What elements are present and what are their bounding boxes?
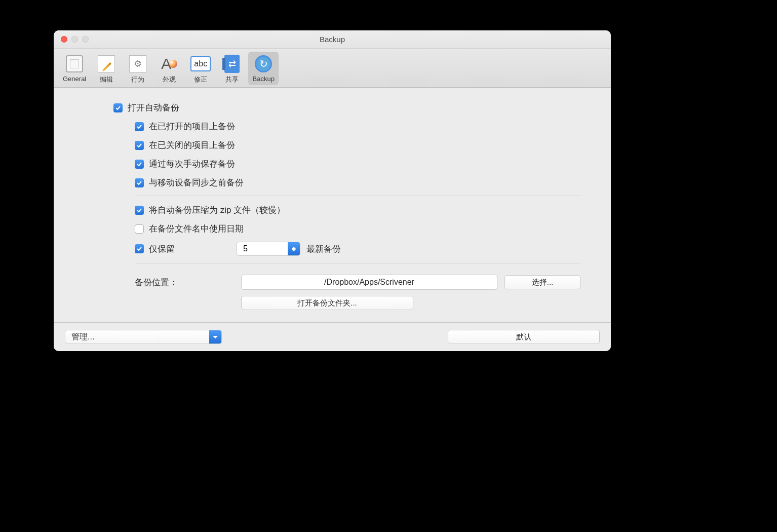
tab-label: Backup: [253, 75, 275, 83]
gear-icon: ⚙: [128, 54, 148, 74]
tab-editing[interactable]: 编辑: [91, 52, 122, 85]
checkbox-auto-backup[interactable]: [113, 103, 123, 112]
checkbox-label: 在已关闭的项目上备份: [149, 139, 235, 151]
tab-label: 外观: [163, 75, 176, 84]
option-row: 在已打开的项目上备份: [84, 121, 580, 132]
tab-sharing[interactable]: ⇄ 共享: [217, 52, 247, 85]
stepper-arrows-icon: [288, 242, 300, 255]
tab-appearance[interactable]: A 外观: [154, 52, 184, 85]
checkbox-label: 打开自动备份: [128, 102, 179, 113]
manage-dropdown[interactable]: 管理...: [65, 330, 222, 344]
title-bar: Backup: [54, 30, 611, 49]
divider: [135, 196, 580, 196]
checkbox-label: 仅保留: [149, 243, 175, 255]
choose-location-button[interactable]: 选择...: [504, 275, 580, 289]
tab-backup[interactable]: ↻ Backup: [248, 52, 279, 85]
checkbox-compress-zip[interactable]: [135, 206, 144, 215]
dropdown-value: 管理...: [65, 332, 209, 343]
option-row: 在已关闭的项目上备份: [84, 139, 580, 151]
checkbox-label: 将自动备份压缩为 zip 文件（较慢）: [149, 204, 285, 216]
checkbox-label: 通过每次手动保存备份: [149, 158, 235, 170]
tab-corrections[interactable]: abc 修正: [185, 52, 216, 85]
tab-label: 行为: [131, 75, 144, 84]
tab-behaviors[interactable]: ⚙ 行为: [123, 52, 153, 85]
option-row: 打开自动备份: [84, 102, 580, 113]
checkbox-use-date[interactable]: [135, 224, 144, 234]
open-folder-row: 打开备份文件夹...: [84, 296, 580, 310]
checkbox-on-close[interactable]: [135, 141, 144, 150]
button-label: 打开备份文件夹...: [297, 298, 357, 308]
abc-icon: abc: [190, 54, 211, 74]
backup-location-label: 备份位置：: [135, 277, 241, 288]
checkbox-retain-only[interactable]: [135, 244, 144, 253]
option-row: 仅保留 5 最新备份: [84, 242, 580, 256]
traffic-lights: [54, 36, 89, 43]
backup-location-row: 备份位置： 选择...: [84, 275, 580, 290]
tab-label: 编辑: [100, 75, 113, 84]
divider: [135, 263, 580, 263]
checkbox-label: 与移动设备同步之前备份: [149, 177, 244, 188]
maximize-window-button[interactable]: [82, 36, 89, 43]
preferences-window: Backup General 编辑 ⚙ 行为 A 外观 abc 修正 ⇄ 共享 …: [54, 30, 611, 351]
preferences-toolbar: General 编辑 ⚙ 行为 A 外观 abc 修正 ⇄ 共享 ↻ Backu…: [54, 49, 611, 88]
recent-backups-label: 最新备份: [306, 243, 341, 255]
retain-count-select[interactable]: 5: [237, 242, 300, 256]
pencil-icon: [96, 54, 116, 74]
share-icon: ⇄: [222, 54, 242, 74]
option-row: 与移动设备同步之前备份: [84, 177, 580, 188]
footer-bar: 管理... 默认: [54, 322, 611, 351]
backup-icon: ↻: [253, 54, 274, 74]
defaults-button[interactable]: 默认: [448, 330, 600, 344]
checkbox-before-sync[interactable]: [135, 178, 144, 187]
option-row: 在备份文件名中使用日期: [84, 223, 580, 235]
content-area: 打开自动备份 在已打开的项目上备份 在已关闭的项目上备份 通过每次手动保存备份: [54, 88, 611, 322]
appearance-icon: A: [159, 54, 179, 74]
checkbox-manual-save[interactable]: [135, 160, 144, 169]
option-row: 将自动备份压缩为 zip 文件（较慢）: [84, 204, 580, 216]
tab-label: 共享: [225, 75, 239, 84]
window-title: Backup: [54, 35, 611, 44]
button-label: 选择...: [532, 278, 554, 287]
button-label: 默认: [516, 332, 531, 342]
open-backup-folder-button[interactable]: 打开备份文件夹...: [241, 296, 413, 310]
general-icon: [64, 54, 85, 74]
minimize-window-button[interactable]: [71, 36, 78, 43]
chevron-down-icon: [209, 330, 221, 344]
checkbox-label: 在已打开的项目上备份: [149, 121, 235, 132]
tab-general[interactable]: General: [59, 52, 90, 85]
tab-label: 修正: [194, 75, 207, 84]
checkbox-on-open[interactable]: [135, 122, 144, 131]
backup-location-field[interactable]: [241, 275, 497, 290]
close-window-button[interactable]: [61, 36, 67, 43]
option-row: 通过每次手动保存备份: [84, 158, 580, 170]
tab-label: General: [63, 75, 86, 83]
checkbox-label: 在备份文件名中使用日期: [149, 223, 244, 235]
select-value: 5: [237, 244, 288, 253]
